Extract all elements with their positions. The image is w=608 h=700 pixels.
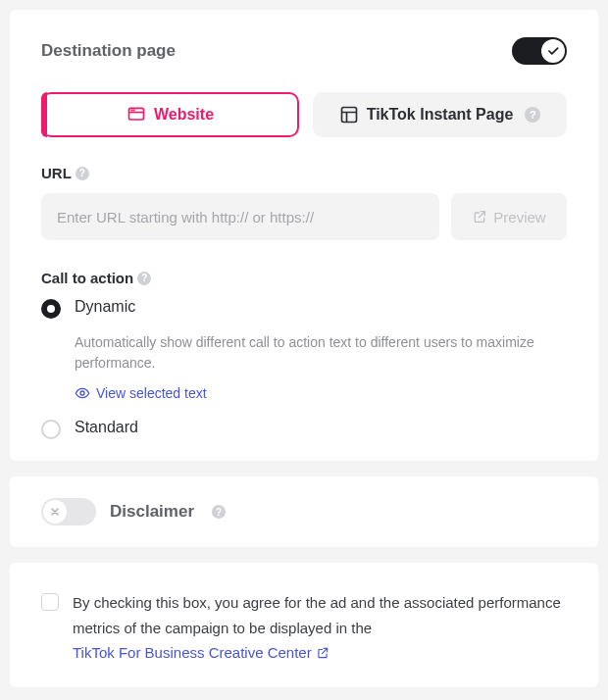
destination-toggle[interactable]	[512, 37, 567, 65]
toggle-knob	[541, 39, 565, 63]
agreement-row: By checking this box, you agree for the …	[41, 590, 567, 666]
radio-dynamic[interactable]: Dynamic	[41, 298, 567, 319]
help-icon[interactable]: ?	[76, 167, 89, 180]
close-icon	[49, 506, 61, 518]
svg-point-2	[133, 110, 134, 111]
destination-tabs: Website TikTok Instant Page ?	[41, 92, 567, 137]
radio-standard-label: Standard	[75, 419, 138, 436]
svg-point-1	[131, 110, 132, 111]
instant-page-icon	[339, 105, 359, 125]
destination-card: Destination page Website TikTok Instant …	[10, 10, 598, 461]
disclaimer-title: Disclaimer	[110, 502, 194, 522]
svg-rect-3	[341, 108, 356, 123]
toggle-knob	[43, 500, 67, 524]
tab-website-label: Website	[154, 106, 214, 124]
radio-standard-input[interactable]	[41, 420, 61, 439]
preview-label: Preview	[493, 209, 545, 225]
tab-instant-page[interactable]: TikTok Instant Page ?	[313, 92, 567, 137]
agreement-text-before: By checking this box, you agree for the …	[73, 594, 561, 636]
help-icon[interactable]: ?	[525, 107, 540, 123]
cta-label: Call to action	[41, 270, 133, 286]
agreement-checkbox[interactable]	[41, 593, 59, 611]
disclaimer-row: Disclaimer ?	[41, 498, 567, 525]
url-row: Preview	[41, 193, 567, 240]
url-label-row: URL ?	[41, 165, 567, 181]
agreement-text: By checking this box, you agree for the …	[73, 590, 567, 666]
creative-center-link-label: TikTok For Business Creative Center	[73, 640, 312, 666]
view-selected-text-link[interactable]: View selected text	[75, 385, 207, 401]
agreement-card: By checking this box, you agree for the …	[10, 563, 598, 687]
destination-title: Destination page	[41, 41, 176, 61]
radio-dynamic-input[interactable]	[41, 299, 61, 319]
eye-icon	[75, 385, 90, 401]
radio-dynamic-label: Dynamic	[75, 298, 135, 316]
url-label: URL	[41, 165, 72, 181]
svg-point-4	[80, 391, 84, 395]
check-icon	[546, 44, 560, 58]
disclaimer-toggle[interactable]	[41, 498, 96, 525]
tab-website[interactable]: Website	[41, 92, 299, 137]
external-link-icon	[472, 209, 487, 225]
cta-label-row: Call to action ?	[41, 270, 567, 286]
website-icon	[127, 105, 146, 125]
url-input[interactable]	[41, 193, 439, 240]
preview-button[interactable]: Preview	[451, 193, 567, 240]
tab-instant-label: TikTok Instant Page	[367, 106, 514, 124]
help-icon[interactable]: ?	[212, 505, 226, 519]
radio-standard[interactable]: Standard	[41, 419, 567, 439]
help-icon[interactable]: ?	[137, 272, 151, 285]
view-selected-text-label: View selected text	[96, 385, 207, 401]
external-link-icon	[316, 646, 329, 660]
disclaimer-card: Disclaimer ?	[10, 476, 598, 547]
destination-header: Destination page	[41, 37, 567, 65]
dynamic-description: Automatically show different call to act…	[75, 332, 567, 374]
creative-center-link[interactable]: TikTok For Business Creative Center	[73, 640, 329, 666]
